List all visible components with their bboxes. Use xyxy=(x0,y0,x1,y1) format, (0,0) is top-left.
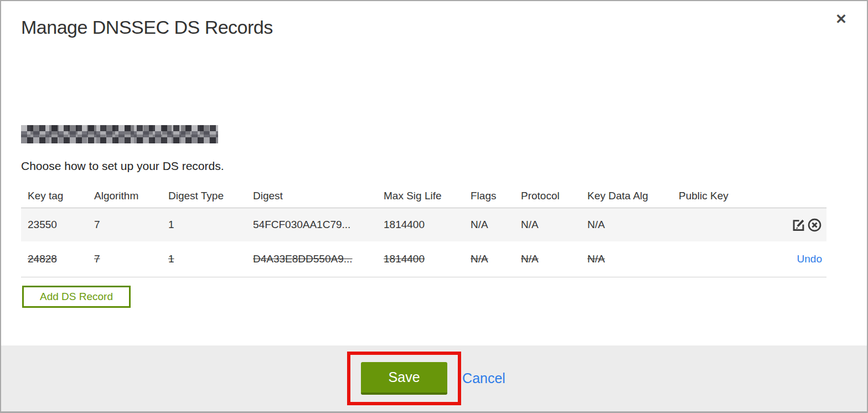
modal-footer: Save Cancel xyxy=(1,345,867,411)
table-row-marked-for-deletion: 24828 7 1 D4A33E8DD550A9... 1814400 N/A … xyxy=(21,241,826,277)
annotation-highlight-box: Save xyxy=(347,352,461,405)
cell-max-sig-life: 1814400 xyxy=(377,253,464,265)
col-header-protocol: Protocol xyxy=(514,190,581,202)
cell-key-data-alg: N/A xyxy=(581,253,672,265)
cell-digest: 54FCF030AA1C79... xyxy=(246,219,377,231)
cell-flags: N/A xyxy=(464,253,514,265)
cell-max-sig-life: 1814400 xyxy=(377,219,464,231)
cell-protocol: N/A xyxy=(514,253,581,265)
cancel-link[interactable]: Cancel xyxy=(462,370,505,386)
cell-protocol: N/A xyxy=(514,219,581,231)
redacted-domain-name xyxy=(21,125,218,143)
cell-key-data-alg: N/A xyxy=(581,219,672,231)
undo-link[interactable]: Undo xyxy=(797,253,822,265)
save-button[interactable]: Save xyxy=(361,362,447,395)
cell-key-tag: 24828 xyxy=(21,253,87,265)
row-actions xyxy=(769,218,826,233)
col-header-digest: Digest xyxy=(246,190,377,202)
cell-digest: D4A33E8DD550A9... xyxy=(246,253,377,265)
col-header-flags: Flags xyxy=(464,190,514,202)
col-header-max-sig-life: Max Sig Life xyxy=(377,190,464,202)
delete-icon[interactable] xyxy=(807,218,822,233)
cell-digest-type: 1 xyxy=(162,253,246,265)
ds-records-table: Key tag Algorithm Digest Type Digest Max… xyxy=(21,184,826,277)
cell-key-tag: 23550 xyxy=(21,219,87,231)
edit-icon[interactable] xyxy=(791,218,806,233)
page-title: Manage DNSSEC DS Records xyxy=(21,17,273,38)
add-ds-record-button[interactable]: Add DS Record xyxy=(22,286,131,308)
dnssec-modal: Manage DNSSEC DS Records ✕ Choose how to… xyxy=(0,0,868,413)
row-actions: Undo xyxy=(769,253,826,265)
instruction-text: Choose how to set up your DS records. xyxy=(21,159,224,173)
col-header-public-key: Public Key xyxy=(672,190,769,202)
col-header-key-tag: Key tag xyxy=(21,190,87,202)
col-header-algorithm: Algorithm xyxy=(87,190,162,202)
cell-flags: N/A xyxy=(464,219,514,231)
col-header-digest-type: Digest Type xyxy=(162,190,246,202)
cell-digest-type: 1 xyxy=(162,219,246,231)
cell-algorithm: 7 xyxy=(87,253,162,265)
cell-algorithm: 7 xyxy=(87,219,162,231)
close-icon[interactable]: ✕ xyxy=(835,12,847,26)
col-header-key-data-alg: Key Data Alg xyxy=(581,190,672,202)
table-header-row: Key tag Algorithm Digest Type Digest Max… xyxy=(21,184,826,208)
table-row-active: 23550 7 1 54FCF030AA1C79... 1814400 N/A … xyxy=(21,208,826,241)
